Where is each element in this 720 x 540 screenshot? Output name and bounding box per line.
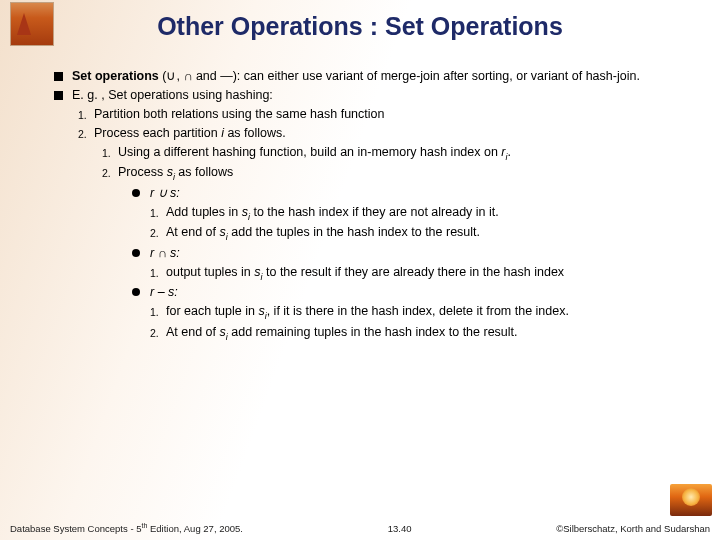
slide-footer: Database System Concepts - 5th Edition, …	[0, 522, 720, 534]
step-2: 2. Process each partition i as follows.	[78, 125, 702, 142]
text: , if it is there in the hash index, dele…	[267, 304, 569, 318]
text: add remaining tuples in the hash index t…	[228, 325, 518, 339]
footer-left: Database System Concepts - 5th Edition, …	[10, 522, 243, 534]
text: r – s:	[150, 284, 702, 301]
case-union-1: 1. Add tuples in si to the hash index if…	[150, 204, 702, 223]
number-marker: 1.	[150, 266, 166, 280]
text: Edition, Aug 27, 2005.	[147, 523, 243, 534]
text: (∪, ∩ and —):	[162, 69, 240, 83]
case-minus-1: 1. for each tuple in si, if it is there …	[150, 303, 702, 322]
bullet-2: E. g. , Set operations using hashing:	[54, 87, 702, 104]
case-intersect-1: 1. output tuples in si to the result if …	[150, 264, 702, 283]
case-union: r ∪ s:	[132, 185, 702, 202]
text: as follows.	[224, 126, 286, 140]
corner-thumbnail-bottom	[670, 484, 712, 516]
number-marker: 1.	[150, 305, 166, 319]
text: to the result if they are already there …	[263, 265, 565, 279]
bullet-1: Set operations (∪, ∩ and —): can either …	[54, 68, 702, 85]
text: E. g. , Set operations using hashing:	[72, 87, 702, 104]
number-marker: 1.	[102, 146, 118, 160]
text: Add tuples in	[166, 205, 242, 219]
number-marker: 1.	[150, 206, 166, 220]
text: At end of	[166, 225, 220, 239]
case-intersect: r ∩ s:	[132, 245, 702, 262]
case-union-2: 2. At end of si add the tuples in the ha…	[150, 224, 702, 243]
step-2-2: 2. Process si as follows	[102, 164, 702, 183]
text: Partition both relations using the same …	[94, 106, 702, 123]
text: .	[508, 145, 511, 159]
slide-body: Set operations (∪, ∩ and —): can either …	[54, 66, 702, 345]
square-bullet-icon	[54, 72, 63, 81]
dot-bullet-icon	[132, 288, 140, 296]
number-marker: 2.	[102, 166, 118, 180]
text: can either use variant of merge-join aft…	[240, 69, 640, 83]
step-2-1: 1. Using a different hashing function, b…	[102, 144, 702, 163]
case-minus: r – s:	[132, 284, 702, 301]
text: to the hash index if they are not alread…	[250, 205, 499, 219]
number-marker: 2.	[150, 226, 166, 240]
text: r ∩ s:	[150, 245, 702, 262]
text: Process each partition	[94, 126, 221, 140]
text: as follows	[175, 165, 233, 179]
number-marker: 1.	[78, 108, 94, 122]
number-marker: 2.	[78, 127, 94, 141]
text: for each tuple in	[166, 304, 258, 318]
text: add the tuples in the hash index to the …	[228, 225, 480, 239]
number-marker: 2.	[150, 326, 166, 340]
dot-bullet-icon	[132, 189, 140, 197]
text: r ∪ s:	[150, 185, 702, 202]
footer-right: ©Silberschatz, Korth and Sudarshan	[556, 523, 710, 534]
footer-center: 13.40	[243, 523, 556, 534]
step-1: 1. Partition both relations using the sa…	[78, 106, 702, 123]
slide-title: Other Operations : Set Operations	[0, 12, 720, 41]
text: Set operations	[72, 69, 159, 83]
case-minus-2: 2. At end of si add remaining tuples in …	[150, 324, 702, 343]
text: output tuples in	[166, 265, 254, 279]
text: Process	[118, 165, 167, 179]
dot-bullet-icon	[132, 249, 140, 257]
square-bullet-icon	[54, 91, 63, 100]
text: Database System Concepts - 5	[10, 523, 141, 534]
text: Using a different hashing function, buil…	[118, 145, 501, 159]
text: At end of	[166, 325, 220, 339]
